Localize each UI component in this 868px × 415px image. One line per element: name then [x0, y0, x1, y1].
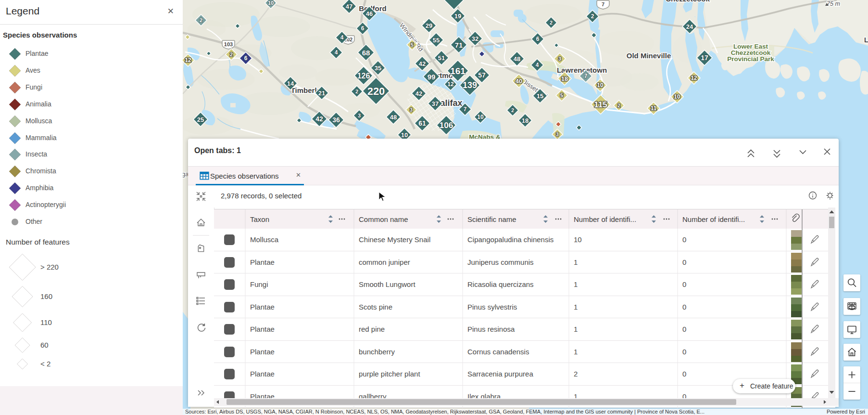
- svg-text:4: 4: [335, 49, 338, 56]
- svg-text:2: 2: [200, 17, 202, 23]
- svg-text:12: 12: [447, 81, 454, 88]
- svg-text:5: 5: [560, 92, 563, 98]
- svg-text:25: 25: [197, 116, 204, 123]
- svg-text:18: 18: [522, 117, 528, 124]
- svg-text:2: 2: [355, 89, 358, 94]
- svg-text:32: 32: [472, 35, 478, 42]
- svg-text:7: 7: [602, 1, 604, 7]
- svg-text:2: 2: [511, 107, 514, 113]
- svg-text:< 2: < 2: [40, 360, 50, 368]
- svg-text:11: 11: [651, 105, 657, 112]
- svg-text:18: 18: [561, 75, 568, 82]
- svg-text:19: 19: [454, 13, 461, 20]
- svg-text:10: 10: [597, 82, 604, 89]
- svg-text:47: 47: [346, 3, 352, 10]
- svg-text:68: 68: [362, 49, 370, 57]
- svg-text:7: 7: [584, 73, 588, 79]
- svg-text:139: 139: [463, 80, 477, 90]
- svg-text:71: 71: [455, 41, 463, 49]
- svg-text:2: 2: [550, 20, 553, 26]
- svg-text:10: 10: [268, 0, 274, 6]
- svg-text:3: 3: [558, 56, 561, 62]
- svg-text:103: 103: [224, 41, 233, 47]
- svg-text:46: 46: [366, 10, 373, 17]
- svg-text:60: 60: [40, 341, 49, 349]
- svg-text:21: 21: [318, 90, 325, 97]
- svg-text:Lo: Lo: [864, 36, 868, 44]
- svg-text:220: 220: [367, 85, 385, 97]
- svg-text:2: 2: [591, 13, 594, 20]
- svg-text:3: 3: [556, 132, 559, 137]
- svg-text:12: 12: [185, 57, 191, 64]
- svg-text:57: 57: [478, 71, 486, 79]
- svg-text:40: 40: [516, 78, 522, 85]
- svg-text:6: 6: [361, 25, 365, 32]
- svg-text:36: 36: [332, 116, 340, 124]
- svg-text:37: 37: [432, 100, 439, 107]
- svg-text:12: 12: [691, 75, 697, 81]
- svg-text:42: 42: [419, 60, 426, 67]
- svg-text:4: 4: [536, 62, 539, 68]
- svg-text:3: 3: [410, 107, 413, 113]
- svg-text:42: 42: [315, 115, 323, 123]
- svg-text:29: 29: [426, 22, 432, 29]
- svg-text:10: 10: [477, 114, 484, 120]
- svg-text:5: 5: [411, 42, 414, 48]
- svg-text:15: 15: [537, 92, 543, 100]
- svg-text:110: 110: [40, 318, 52, 326]
- svg-text:3: 3: [358, 113, 361, 118]
- svg-text:17: 17: [701, 54, 708, 62]
- svg-text:115: 115: [594, 100, 607, 109]
- svg-text:61: 61: [418, 119, 426, 127]
- svg-text:75 m: 75 m: [827, 0, 840, 7]
- svg-text:51: 51: [438, 54, 445, 62]
- svg-text:10: 10: [674, 93, 680, 100]
- svg-text:42: 42: [415, 90, 422, 97]
- svg-text:2: 2: [230, 52, 233, 57]
- svg-text:126: 126: [357, 72, 370, 80]
- svg-text:Provincial Park: Provincial Park: [727, 55, 774, 63]
- svg-text:2: 2: [617, 103, 620, 108]
- svg-text:24: 24: [686, 23, 693, 30]
- svg-text:35: 35: [375, 65, 381, 72]
- svg-text:6: 6: [536, 36, 540, 42]
- svg-text:99: 99: [428, 73, 436, 81]
- svg-text:4: 4: [340, 34, 344, 41]
- svg-text:> 220: > 220: [40, 263, 59, 271]
- svg-text:48: 48: [514, 55, 520, 63]
- svg-text:160: 160: [40, 292, 52, 300]
- svg-text:161: 161: [450, 66, 465, 76]
- svg-text:48: 48: [390, 114, 397, 121]
- svg-text:6: 6: [244, 55, 248, 62]
- svg-text:106: 106: [440, 121, 453, 130]
- svg-text:55: 55: [433, 37, 440, 44]
- svg-text:7: 7: [464, 106, 467, 113]
- svg-text:Old Mineville: Old Mineville: [627, 52, 671, 60]
- svg-text:Chezzetcook: Chezzetcook: [666, 0, 710, 3]
- svg-text:10: 10: [401, 131, 408, 139]
- svg-text:14: 14: [287, 80, 294, 87]
